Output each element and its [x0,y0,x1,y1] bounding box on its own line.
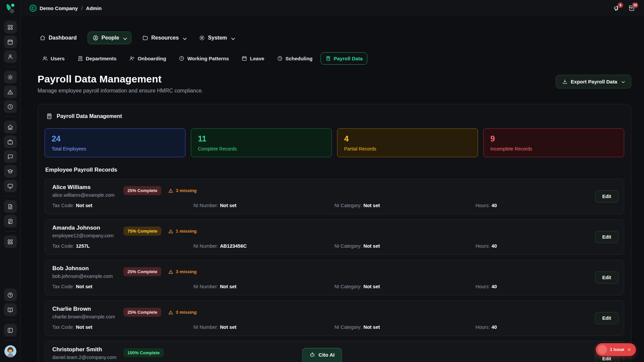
employee-name: Alice Williams [52,184,123,191]
building-icon [77,56,83,61]
missing-count: 3 missing [176,188,197,193]
sidebar-item-messages[interactable] [4,150,17,163]
tab-payroll-data[interactable]: Payroll Data [321,52,368,65]
employee-record-row: Amanda Johnson employee12@company.com 75… [45,219,624,255]
sidebar-item-theme[interactable] [4,71,17,83]
calculator-icon [46,113,53,120]
sidebar-item-dashboard[interactable] [4,21,17,34]
close-icon[interactable] [627,348,631,352]
edit-button[interactable]: Edit [595,231,619,243]
export-payroll-button[interactable]: Export Payroll Data [556,75,631,88]
nav-label: Dashboard [49,35,77,41]
tab-label: Users [51,56,65,61]
sidebar-item-documents[interactable] [4,200,17,213]
field-ni-number: NI Number:AB123456C [194,243,335,249]
field-label: NI Category: [334,284,362,289]
field-label: NI Number: [194,284,218,289]
breadcrumb-separator: / [81,5,83,11]
field-value: 40 [491,284,497,289]
card-title: Payroll Data Management [57,113,122,119]
field-label: NI Number: [194,243,218,249]
topbar: C Demo Company / Admin 4 10 [21,0,644,16]
nav-label: System [208,35,227,41]
field-value: AB123456C [220,243,247,249]
field-value: Not set [220,203,236,208]
field-label: NI Category: [334,203,362,208]
record-status: 25% Complete 3 missing [123,186,197,195]
field-label: Tax Code: [52,324,74,330]
field-value: Not set [363,243,380,249]
app-logo[interactable] [4,2,17,15]
field-hours: Hours:40 [476,243,617,249]
clock-icon [179,56,184,61]
home-icon [40,35,46,41]
page-header: Payroll Data Management Manage employee … [38,73,631,94]
sidebar-item-organisation[interactable] [4,135,17,148]
field-label: Hours: [476,243,490,249]
sidebar-item-history[interactable] [4,100,17,113]
warning-triangle-icon [168,188,173,193]
field-hours: Hours:40 [476,324,617,330]
folder-icon [142,35,148,41]
sidebar-item-calendar[interactable] [4,36,17,48]
tab-label: Leave [250,56,264,61]
calendar-icon [7,39,13,45]
field-value: Not set [76,284,92,289]
inbox-button[interactable]: 10 [628,5,635,12]
sidebar-item-profile[interactable] [4,50,17,63]
sidebar-item-records[interactable] [4,215,17,228]
sidebar-item-devices[interactable] [4,180,17,192]
nav-resources[interactable]: Resources [140,32,188,44]
field-tax-code: Tax Code:Not set [52,284,194,290]
stat-incomplete-records: 9 Incomplete Records [483,128,624,157]
breadcrumb-company[interactable]: Demo Company [40,5,78,11]
completion-badge: 25% Complete [123,267,161,276]
warning-triangle-icon [168,269,173,275]
edit-button[interactable]: Edit [595,272,619,284]
tab-users[interactable]: Users [38,52,69,65]
employee-record-row: Alice Williams alice.williams@example.co… [45,179,624,214]
missing-count: 3 missing [176,310,197,315]
completion-badge: 25% Complete [123,186,161,195]
warning-triangle-icon [168,310,173,315]
sidebar-item-panel-toggle[interactable] [4,324,17,337]
field-value: Not set [363,284,380,289]
missing-indicator: 3 missing [168,310,197,315]
tab-leave[interactable]: Leave [237,52,269,65]
tab-departments[interactable]: Departments [73,52,121,65]
missing-count: 3 missing [176,269,197,274]
chat-icon [7,154,13,160]
tab-scheduling[interactable]: Scheduling [272,52,317,65]
user-icon [7,54,13,60]
cito-ai-label: Cito AI [319,352,335,358]
edit-button[interactable]: Edit [595,190,619,202]
stat-value: 11 [198,134,325,143]
field-value: Not set [220,284,236,289]
tab-working-patterns[interactable]: Working Patterns [174,52,233,65]
field-value: 40 [491,203,497,208]
sidebar-item-home[interactable] [4,121,17,133]
record-top: Charlie Brown charlie.brown@example.com … [52,305,616,320]
sidebar-item-docs[interactable] [4,303,17,316]
edit-button[interactable]: Edit [595,312,619,324]
users-icon [42,56,48,61]
field-label: Hours: [476,284,490,289]
nav-people[interactable]: People [88,32,131,44]
sidebar-item-help[interactable] [4,289,17,301]
cito-ai-button[interactable]: Cito AI [302,348,342,362]
nav-dashboard[interactable]: Dashboard [38,32,79,44]
breadcrumb-section[interactable]: Admin [86,5,102,11]
user-avatar[interactable] [4,345,16,357]
stat-partial-records: 4 Partial Records [337,128,478,157]
sidebar-item-apps[interactable] [4,235,17,248]
sidebar-item-training[interactable] [4,165,17,178]
tab-onboarding[interactable]: Onboarding [124,52,171,65]
record-top: Alice Williams alice.williams@example.co… [52,184,616,198]
sidebar-item-alerts[interactable] [4,85,17,98]
announcements-button[interactable]: 4 [613,5,620,12]
field-value: Not set [220,324,236,330]
issue-notification[interactable]: 1 Issue [596,343,636,356]
nav-system[interactable]: System [197,32,236,44]
field-ni-category: NI Category:Not set [334,324,476,330]
completion-badge: 25% Complete [123,308,161,317]
